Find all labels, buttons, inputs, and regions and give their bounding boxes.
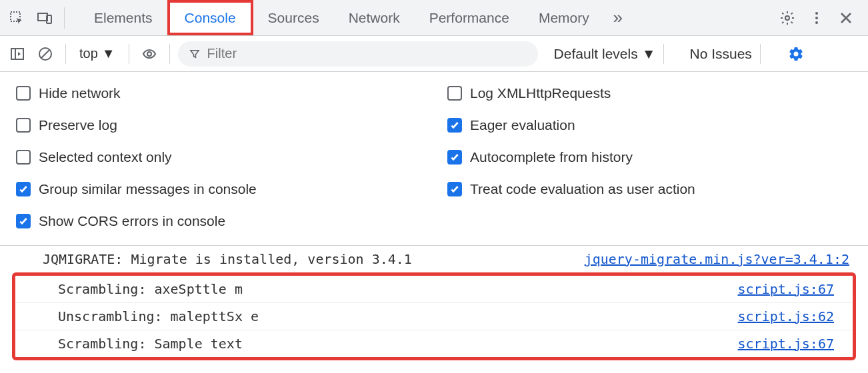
log-row: JQMIGRATE: Migrate is installed, version…: [0, 246, 868, 272]
filter-wrap: [178, 41, 538, 67]
context-select[interactable]: top ▼: [74, 43, 121, 64]
setting-user-action[interactable]: Treat code evaluation as user action: [447, 181, 852, 197]
svg-point-4: [815, 12, 818, 15]
gear-icon[interactable]: [773, 4, 801, 32]
log-message: Unscrambling: malepttSx e: [58, 308, 259, 324]
inspect-element-icon[interactable]: [3, 4, 31, 32]
log-source-link[interactable]: script.js:62: [738, 308, 835, 324]
checkbox[interactable]: [447, 150, 462, 165]
log-message: Scrambling: Sample text: [58, 336, 243, 352]
log-row: Scrambling: Sample text script.js:67: [15, 330, 853, 357]
levels-label: Default levels: [554, 46, 638, 62]
checkbox[interactable]: [16, 118, 31, 133]
checkbox[interactable]: [447, 182, 462, 196]
setting-label: Preserve log: [39, 117, 117, 133]
tab-performance[interactable]: Performance: [415, 0, 524, 35]
settings-col-left: Hide network Preserve log Selected conte…: [16, 85, 421, 229]
console-settings-gear-icon[interactable]: [782, 40, 810, 68]
setting-selected-context[interactable]: Selected context only: [16, 149, 421, 165]
svg-rect-7: [11, 49, 23, 59]
chevron-down-icon: ▼: [642, 46, 656, 62]
log-message: JQMIGRATE: Migrate is installed, version…: [43, 251, 412, 267]
tab-sources[interactable]: Sources: [253, 0, 334, 35]
log-source-link[interactable]: script.js:67: [738, 281, 835, 297]
log-message: Scrambling: axeSpttle m: [58, 281, 243, 297]
issues-status[interactable]: No Issues: [689, 46, 751, 62]
close-icon[interactable]: [832, 4, 860, 32]
tab-elements[interactable]: Elements: [79, 0, 167, 35]
svg-point-6: [815, 21, 818, 24]
svg-point-5: [815, 17, 818, 19]
setting-label: Autocomplete from history: [470, 149, 633, 165]
more-tabs-icon[interactable]: »: [604, 4, 632, 32]
checkbox[interactable]: [16, 182, 31, 196]
setting-label: Group similar messages in console: [39, 181, 257, 197]
device-toolbar-icon[interactable]: [31, 4, 59, 32]
setting-preserve-log[interactable]: Preserve log: [16, 117, 421, 133]
setting-log-xhr[interactable]: Log XMLHttpRequests: [447, 85, 852, 101]
tab-network[interactable]: Network: [334, 0, 415, 35]
setting-label: Hide network: [39, 85, 121, 101]
setting-eager-eval[interactable]: Eager evaluation: [447, 117, 852, 133]
settings-col-right: Log XMLHttpRequests Eager evaluation Aut…: [447, 85, 852, 229]
setting-cors-errors[interactable]: Show CORS errors in console: [16, 213, 421, 229]
log-row: Scrambling: axeSpttle m script.js:67: [15, 276, 853, 302]
filter-input[interactable]: [207, 46, 527, 61]
checkbox[interactable]: [447, 86, 462, 101]
tab-console[interactable]: Console: [167, 0, 253, 35]
log-source-link[interactable]: script.js:67: [738, 336, 835, 352]
chevron-down-icon: ▼: [102, 46, 115, 61]
console-subbar: top ▼ Default levels ▼ No Issues: [0, 36, 868, 72]
svg-point-3: [785, 16, 789, 20]
context-label: top: [79, 46, 98, 61]
setting-group-similar[interactable]: Group similar messages in console: [16, 181, 421, 197]
checkbox[interactable]: [16, 86, 31, 101]
devtools-toolbar: Elements Console Sources Network Perform…: [0, 0, 868, 36]
tab-strip: Elements Console Sources Network Perform…: [79, 0, 773, 35]
svg-rect-1: [38, 13, 47, 21]
checkbox[interactable]: [16, 150, 31, 165]
svg-point-11: [147, 52, 151, 56]
setting-hide-network[interactable]: Hide network: [16, 85, 421, 101]
checkbox[interactable]: [447, 118, 462, 133]
toolbar-right: [773, 4, 865, 32]
setting-label: Show CORS errors in console: [39, 213, 225, 229]
tab-memory[interactable]: Memory: [524, 0, 604, 35]
log-levels-select[interactable]: Default levels ▼: [554, 46, 656, 62]
setting-label: Selected context only: [39, 149, 172, 165]
setting-label: Eager evaluation: [470, 117, 575, 133]
live-expression-icon[interactable]: [137, 40, 161, 68]
kebab-menu-icon[interactable]: [803, 4, 831, 32]
log-row: Unscrambling: malepttSx e script.js:62: [15, 302, 853, 330]
log-source-link[interactable]: jquery-migrate.min.js?ver=3.4.1:2: [585, 251, 849, 267]
setting-label: Log XMLHttpRequests: [470, 85, 611, 101]
setting-label: Treat code evaluation as user action: [470, 181, 695, 197]
console-log-area: JQMIGRATE: Migrate is installed, version…: [0, 246, 868, 364]
svg-line-10: [41, 50, 49, 58]
checkbox[interactable]: [16, 214, 31, 228]
filter-icon: [189, 48, 201, 60]
setting-autocomplete[interactable]: Autocomplete from history: [447, 149, 852, 165]
clear-console-icon[interactable]: [33, 40, 57, 68]
console-settings: Hide network Preserve log Selected conte…: [0, 72, 868, 246]
toggle-sidebar-icon[interactable]: [5, 40, 29, 68]
highlighted-logs: Scrambling: axeSpttle m script.js:67 Uns…: [12, 272, 856, 360]
